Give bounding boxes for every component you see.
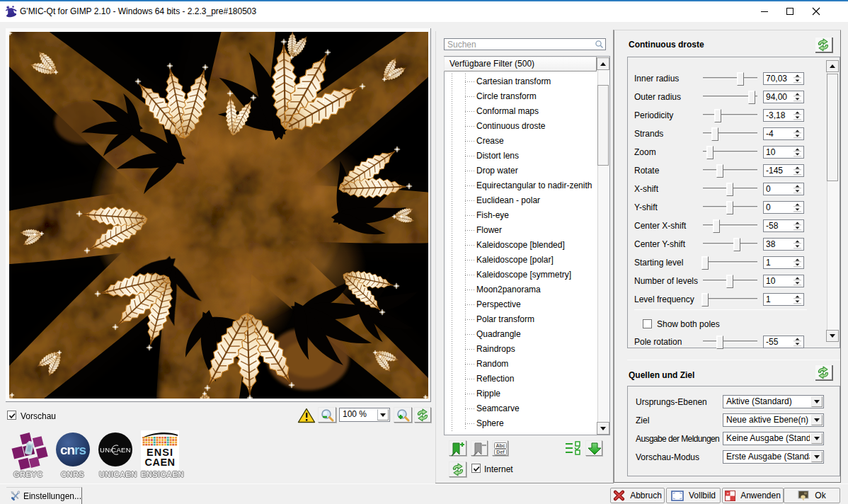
svg-text:Def: Def [496, 449, 505, 454]
svg-text:cnrs: cnrs [60, 442, 86, 457]
svg-text:UNiCAEN: UNiCAEN [100, 446, 131, 454]
svg-text:CAEN: CAEN [144, 457, 175, 468]
svg-text:Abc: Abc [495, 443, 505, 448]
